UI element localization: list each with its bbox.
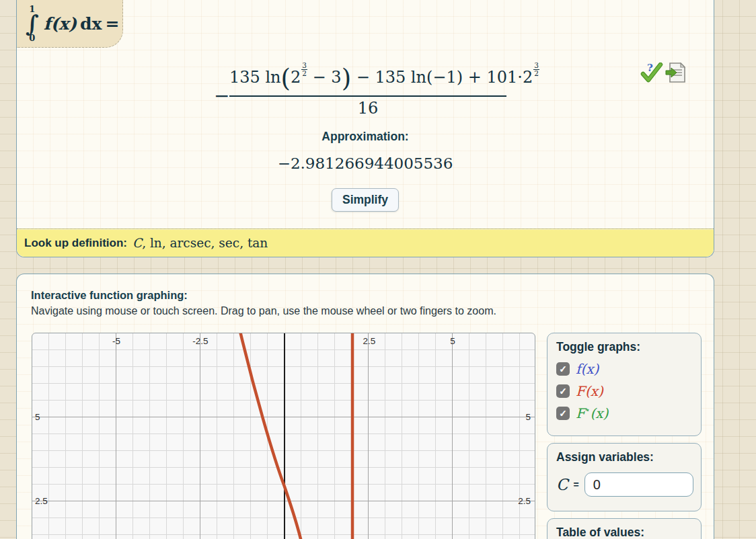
table-of-values-title: Table of values: — [556, 526, 692, 539]
lookup-term-arcsec[interactable]: arcsec — [170, 236, 211, 250]
assign-variables-box: Assign variables: C = — [547, 443, 702, 511]
integral-query-box: 1 ∫ 0 f(x) dx = — [17, 0, 123, 48]
simplify-button[interactable]: Simplify — [332, 188, 399, 212]
checkbox-Fstar-checked[interactable]: ✓ — [556, 407, 570, 420]
x-tick-5: 5 — [450, 336, 455, 346]
toggle-row-F[interactable]: ✓ F(x) — [556, 383, 692, 399]
toggle-graphs-title: Toggle graphs: — [556, 340, 692, 354]
checkbox-f-checked[interactable]: ✓ — [556, 362, 570, 376]
y-tick-left-5: 5 — [35, 412, 40, 422]
check-answer-icon[interactable]: ? — [640, 63, 663, 83]
variable-C-label: C — [556, 476, 568, 493]
result-action-icons: ? — [640, 63, 685, 83]
curve-F-descending — [240, 333, 303, 539]
fn-label-Fstar: F⋆(x) — [576, 406, 608, 420]
y-tick-right-5: 5 — [525, 412, 531, 422]
fn-label-f: f(x) — [576, 362, 599, 376]
result-minus-sign: − — [214, 85, 229, 107]
exponent-three-halves-2: 32 — [533, 62, 539, 77]
graphing-subtitle: Navigate using mouse or touch screen. Dr… — [31, 305, 496, 317]
result-fraction: 135 ln(232 − 3) − 135 ln(−1) + 101·232 1… — [229, 62, 506, 118]
checkbox-F-checked[interactable]: ✓ — [556, 384, 570, 398]
approximation-label: Approximation: — [17, 130, 714, 144]
variable-C-input[interactable] — [584, 472, 693, 497]
equals-sign: = — [574, 479, 579, 490]
fraction-denominator: 16 — [229, 99, 506, 118]
lookup-terms: C, ln, arcsec, sec, tan — [133, 236, 268, 250]
big-close-paren: ) — [342, 64, 351, 93]
integral-icon: ∫ — [26, 13, 39, 34]
toggle-row-f[interactable]: ✓ f(x) — [556, 361, 692, 376]
fn-label-F: F(x) — [576, 384, 603, 398]
lookup-definition-bar: Look up definition: C, ln, arcsec, sec, … — [17, 229, 714, 257]
x-tick-neg2p5: -2.5 — [192, 336, 208, 346]
y-tick-right-2p5: 2.5 — [518, 496, 531, 506]
result-panel: 1 ∫ 0 f(x) dx = − 135 ln(232 − 3) − 135 … — [16, 0, 714, 257]
toggle-graphs-box: Toggle graphs: ✓ f(x) ✓ F(x) ✓ F⋆(x) — [547, 333, 702, 436]
toggle-row-Fstar[interactable]: ✓ F⋆(x) — [556, 405, 692, 421]
fraction-bar — [229, 95, 506, 97]
x-tick-neg5: -5 — [112, 336, 120, 346]
y-tick-left-2p5: 2.5 — [35, 496, 48, 506]
lookup-term-sec[interactable]: sec — [219, 236, 239, 250]
table-of-values-box: Table of values: — [547, 518, 702, 539]
open-page-icon[interactable] — [665, 63, 685, 83]
lookup-term-ln[interactable]: ln — [150, 236, 162, 250]
graph-curves — [32, 333, 535, 539]
integrand-expression: f(x) dx = — [44, 14, 120, 34]
approximation-value: −2.981266944005536 — [17, 155, 714, 172]
lookup-term-tan[interactable]: tan — [248, 236, 268, 250]
graphing-title: Interactive function graphing: — [31, 289, 188, 302]
assign-variables-title: Assign variables: — [556, 450, 692, 464]
x-tick-2p5: 2.5 — [363, 336, 376, 346]
exponent-three-halves: 32 — [301, 62, 307, 77]
graph-canvas[interactable]: -5 -2.5 2.5 5 5 2.5 5 2.5 — [32, 333, 535, 539]
lookup-term-C[interactable]: C — [133, 236, 142, 250]
integral-sign-with-limits: 1 ∫ 0 — [26, 5, 39, 42]
assign-row-C: C = — [556, 472, 692, 497]
fraction-numerator: 135 ln(232 − 3) − 135 ln(−1) + 101·232 — [229, 62, 506, 93]
lower-limit: 0 — [29, 34, 35, 42]
lookup-label: Look up definition: — [24, 237, 127, 250]
big-open-paren: ( — [281, 64, 291, 93]
graphing-panel: Interactive function graphing: Navigate … — [16, 274, 714, 539]
